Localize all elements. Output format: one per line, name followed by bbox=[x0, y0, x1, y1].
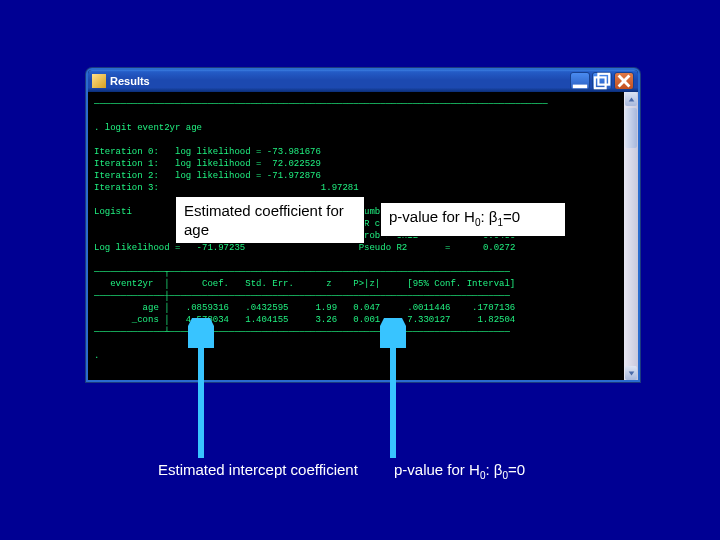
row-age: age │ .0859316 .0432595 1.99 0.047 .0011… bbox=[94, 303, 515, 313]
annotation-intercept: Estimated intercept coefficient bbox=[158, 460, 358, 479]
model-head: Logisti bbox=[94, 207, 132, 217]
row-cons: _cons │ 4.578034 1.404155 3.26 0.001 7.3… bbox=[94, 315, 515, 325]
app-icon bbox=[92, 74, 106, 88]
arrow-to-pvalue bbox=[380, 318, 406, 458]
prompt-dot: . bbox=[94, 351, 99, 361]
pseudo-r2: Pseudo R2 = 0.0272 bbox=[359, 243, 516, 253]
scrollbar-thumb[interactable] bbox=[625, 108, 637, 148]
callout-pvalue-beta1: p-value for H0: β1=0 bbox=[380, 202, 566, 237]
window-title: Results bbox=[110, 76, 570, 87]
titlebar[interactable]: Results bbox=[88, 70, 638, 92]
table-mid: ─────────────┼──────────────────────────… bbox=[94, 291, 510, 301]
table-bot: ─────────────┴──────────────────────────… bbox=[94, 327, 510, 337]
vertical-scrollbar[interactable] bbox=[624, 92, 638, 380]
iter-2: Iteration 2: log likelihood = -71.972876 bbox=[94, 171, 321, 181]
annotation-pvalue-beta0: p-value for H0: β0=0 bbox=[394, 460, 614, 485]
table-cols: event2yr │ Coef. Std. Err. z P>|z| [95% … bbox=[94, 279, 515, 289]
minimize-button[interactable] bbox=[570, 72, 590, 90]
log-lik: Log likelihood = -71.97235 bbox=[94, 243, 245, 253]
table-top: ─────────────┬──────────────────────────… bbox=[94, 267, 510, 277]
arrow-to-coef bbox=[188, 318, 214, 458]
iter-3b: 1.97281 bbox=[321, 183, 359, 193]
svg-rect-2 bbox=[598, 74, 609, 85]
callout-coef-age: Estimated coefficient for age bbox=[175, 196, 365, 244]
iter-1: Iteration 1: log likelihood = 72.022529 bbox=[94, 159, 321, 169]
command: . logit event2yr age bbox=[94, 123, 202, 133]
svg-rect-1 bbox=[595, 77, 606, 88]
callout-text: Estimated coefficient for age bbox=[184, 202, 344, 238]
scroll-down-button[interactable] bbox=[625, 366, 637, 380]
restore-button[interactable] bbox=[592, 72, 612, 90]
iter-3: Iteration 3: bbox=[94, 183, 175, 193]
scroll-up-button[interactable] bbox=[625, 92, 637, 106]
close-button[interactable] bbox=[614, 72, 634, 90]
rule: ────────────────────────────────────────… bbox=[94, 99, 548, 109]
svg-rect-0 bbox=[573, 85, 587, 89]
window-buttons bbox=[570, 72, 634, 90]
iter-0: Iteration 0: log likelihood = -73.981676 bbox=[94, 147, 321, 157]
